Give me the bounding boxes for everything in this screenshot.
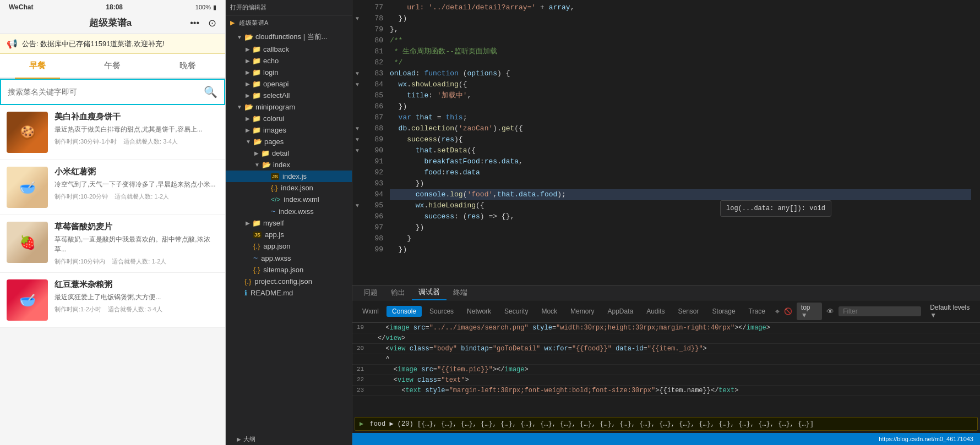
console-tab-Security[interactable]: Security	[499, 306, 533, 317]
top-selector[interactable]: top ▼	[797, 303, 822, 320]
console-tab-AppData[interactable]: AppData	[602, 306, 639, 317]
file-item-app-js[interactable]: JSapp.js	[226, 229, 352, 240]
file-item-echo[interactable]: ▶📁echo	[226, 55, 352, 67]
file-name: index.wxml	[284, 195, 347, 204]
file-item-callback[interactable]: ▶📁callback	[226, 43, 352, 55]
code-content[interactable]: url: '../detail/detail?array=' + array, …	[390, 0, 980, 285]
console-line-text: <image src="{{item.pic}}"></image>	[378, 366, 529, 373]
console-tab-Trace[interactable]: Trace	[743, 306, 771, 317]
file-item-index-wxml[interactable]: </>index.wxml	[226, 194, 352, 205]
fold-icon[interactable]: ▼	[352, 134, 362, 145]
file-item-index-json[interactable]: {.}index.json	[226, 182, 352, 194]
expand-icon[interactable]: ▶	[360, 420, 363, 428]
console-tab-Sensor[interactable]: Sensor	[673, 306, 705, 317]
file-name: pages	[264, 138, 347, 146]
console-tab-Sources[interactable]: Sources	[424, 306, 459, 317]
file-item-readme[interactable]: ℹREADME.md	[226, 287, 352, 299]
fold-icon[interactable]: ▼	[352, 68, 362, 79]
code-line: })	[390, 244, 971, 255]
recipe-item[interactable]: 🥣 小米红薯粥 冷空气到了,天气一下子变得冷多了,早晨起来熬点小米... 制作时…	[0, 160, 225, 215]
file-item-app-json[interactable]: {.}app.json	[226, 240, 352, 252]
battery-label: 100% ▮	[195, 4, 216, 11]
console-tab-Storage[interactable]: Storage	[707, 306, 741, 317]
fold-icon	[352, 2, 362, 13]
fold-icon	[352, 24, 362, 35]
console-tab-Mock[interactable]: Mock	[536, 306, 563, 317]
console-tab-Console[interactable]: Console	[386, 306, 422, 317]
file-name: index.wxss	[279, 207, 347, 216]
recipe-desc: 最近热衷于做美白排毒的甜点,尤其是饼干,容易上...	[55, 124, 219, 134]
search-icon[interactable]: 🔍	[204, 85, 217, 98]
file-item-project-config[interactable]: {.}project.config.json	[226, 276, 352, 287]
fold-icon[interactable]: ▼	[352, 200, 362, 211]
file-item-login[interactable]: ▶📁login	[226, 67, 352, 78]
folder-icon: 📂	[244, 103, 253, 111]
console-filter: ⌖ 🚫 top ▼ 👁 Default levels ▼	[775, 303, 976, 320]
chevron-icon: ▶	[246, 69, 250, 75]
bottom-tab-调试器[interactable]: 调试器	[412, 285, 447, 300]
file-item-index-js[interactable]: JSindex.js	[226, 171, 352, 182]
file-name: index	[273, 161, 347, 169]
more-icon[interactable]: •••	[190, 18, 199, 28]
bottom-tab-终端[interactable]: 终端	[447, 285, 474, 300]
console-tab-Wxml[interactable]: Wxml	[357, 306, 384, 317]
bottom-tab-输出[interactable]: 输出	[384, 285, 412, 300]
tab-lunch[interactable]: 午餐	[75, 54, 150, 78]
chevron-icon: ▼	[254, 162, 260, 168]
fold-icon	[352, 178, 362, 189]
folder-blue-icon: 📁	[252, 68, 261, 76]
console-tab-Network[interactable]: Network	[461, 306, 497, 317]
console-tab-Audits[interactable]: Audits	[641, 306, 670, 317]
console-panel: 19 <image src="../../images/search.png" …	[352, 323, 980, 433]
code-line: url: '../detail/detail?array=' + array,	[390, 2, 971, 13]
file-item-myself[interactable]: ▶📁myself	[226, 217, 352, 229]
folder-blue-icon: 📁	[252, 91, 261, 100]
default-levels-label[interactable]: Default levels ▼	[930, 304, 976, 319]
file-item-pages[interactable]: ▼📂pages	[226, 136, 352, 147]
recipe-title: 小米红薯粥	[55, 167, 219, 177]
recipe-item[interactable]: 🍓 草莓酱酸奶麦片 草莓酸奶,一直是酸奶中我最喜欢的。甜中带点酸,浓浓草... …	[0, 215, 225, 273]
file-name: app.js	[265, 230, 347, 239]
fold-icon	[352, 167, 362, 178]
recipe-desc: 冷空气到了,天气一下子变得冷多了,早晨起来熬点小米...	[55, 179, 219, 189]
fold-icon[interactable]: ▼	[352, 123, 362, 134]
nav-icons: ••• ⊙	[190, 17, 216, 29]
bottom-tab-问题[interactable]: 问题	[357, 285, 384, 300]
file-item-app-wxss[interactable]: ~app.wxss	[226, 252, 352, 264]
fold-icon[interactable]: ▼	[352, 145, 362, 156]
file-item-openapi[interactable]: ▶📁openapi	[226, 78, 352, 90]
file-item-index-folder[interactable]: ▼📂index	[226, 159, 352, 171]
file-item-index-wxss[interactable]: ~index.wxss	[226, 205, 352, 217]
file-item-detail[interactable]: ▶📁detail	[226, 147, 352, 159]
fold-icon	[352, 211, 362, 222]
record-icon[interactable]: ⊙	[208, 17, 216, 29]
filter-input[interactable]	[839, 306, 921, 316]
file-item-cloudfunctions[interactable]: ▼📂cloudfunctions | 当前...	[226, 30, 352, 43]
line-number: 88	[367, 123, 383, 134]
line-number: 81	[367, 46, 383, 57]
line-number: 84	[367, 79, 383, 90]
recipe-list: 🍪 美白补血瘦身饼干 最近热衷于做美白排毒的甜点,尤其是饼干,容易上... 制作…	[0, 105, 225, 445]
console-line-text: </view>	[378, 334, 405, 342]
fold-icon[interactable]: ▼	[352, 79, 362, 90]
recipe-item[interactable]: 🍪 美白补血瘦身饼干 最近热衷于做美白排毒的甜点,尤其是饼干,容易上... 制作…	[0, 105, 225, 160]
fold-icon[interactable]: ▼	[352, 13, 362, 24]
file-name: openapi	[263, 80, 347, 88]
tab-breakfast[interactable]: 早餐	[0, 54, 75, 78]
file-item-miniprogram[interactable]: ▼📂miniprogram	[226, 101, 352, 113]
file-item-colorui[interactable]: ▶📁colorui	[226, 113, 352, 124]
code-editor: ▼▼▼▼▼▼▼ 77787980818283848586878889909192…	[352, 0, 980, 285]
tab-dinner[interactable]: 晚餐	[150, 54, 225, 78]
search-input[interactable]	[8, 87, 199, 96]
file-name: echo	[263, 57, 347, 65]
console-tab-Memory[interactable]: Memory	[565, 306, 600, 317]
chevron-icon: ▼	[237, 104, 242, 110]
file-item-selectAll[interactable]: ▶📁selectAll	[226, 90, 352, 101]
file-name: colorui	[263, 114, 347, 123]
project-section-label: ▶ 超级菜谱A	[226, 15, 352, 28]
recipe-item[interactable]: 🥣 红豆薏米杂粮粥 最近疯狂爱上了电饭锅煲粥,大方便... 制作时间:1-2小时…	[0, 273, 225, 328]
file-item-images[interactable]: ▶📁images	[226, 124, 352, 136]
fold-icon	[352, 46, 362, 57]
line-number: 82	[367, 57, 383, 68]
file-item-sitemap-json[interactable]: {.}sitemap.json	[226, 264, 352, 276]
